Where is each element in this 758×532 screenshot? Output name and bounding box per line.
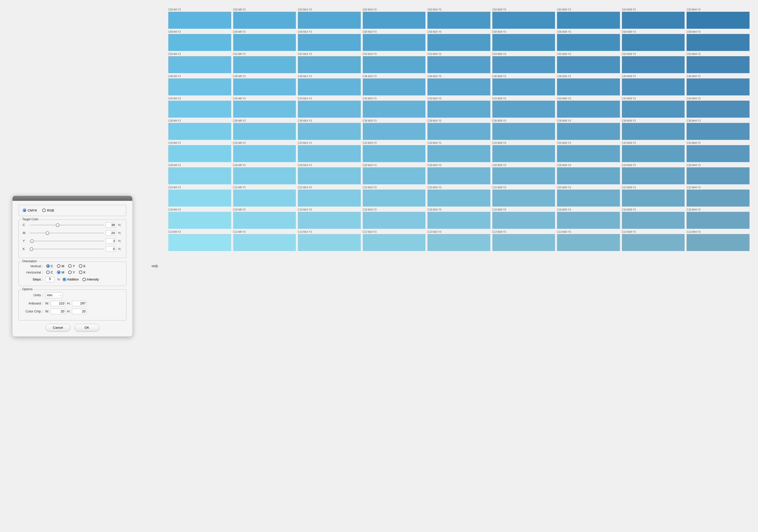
rgb-radio-group[interactable]: RGB <box>42 209 54 212</box>
color-swatch[interactable] <box>557 212 620 229</box>
horiz-m-radio[interactable] <box>57 270 60 274</box>
color-cell[interactable]: C63 M34 Y3 <box>556 8 621 30</box>
color-swatch[interactable] <box>687 167 749 184</box>
color-swatch[interactable] <box>622 190 685 206</box>
color-cell[interactable]: C63 M39 Y3 <box>621 8 686 30</box>
color-cell[interactable]: C53 M39 Y3 <box>621 52 686 74</box>
color-swatch[interactable] <box>492 190 555 206</box>
color-cell[interactable]: C13 M24 Y3 <box>427 230 491 252</box>
color-cell[interactable]: C58 M9 Y3 <box>232 30 297 52</box>
color-cell[interactable]: C43 M24 Y3 <box>427 96 491 119</box>
color-swatch[interactable] <box>363 167 426 184</box>
color-swatch[interactable] <box>687 234 749 251</box>
color-swatch[interactable] <box>298 78 361 95</box>
color-swatch[interactable] <box>492 145 555 162</box>
color-cell[interactable]: C38 M34 Y3 <box>556 119 621 141</box>
color-swatch[interactable] <box>428 78 490 95</box>
color-cell[interactable]: C33 M39 Y3 <box>621 141 686 163</box>
color-swatch[interactable] <box>687 123 749 140</box>
intensity-radio[interactable] <box>83 278 86 281</box>
color-cell[interactable]: C48 M14 Y3 <box>297 74 362 96</box>
horiz-y-option[interactable]: Y <box>68 270 75 274</box>
color-cell[interactable]: C28 M14 Y3 <box>297 163 362 185</box>
color-swatch[interactable] <box>233 12 296 29</box>
addition-option[interactable]: Addition <box>63 277 79 281</box>
color-swatch[interactable] <box>363 56 426 73</box>
color-swatch[interactable] <box>492 167 555 184</box>
m-value-box[interactable]: 24 <box>106 230 116 236</box>
color-swatch[interactable] <box>298 212 361 229</box>
color-cell[interactable]: C13 M9 Y3 <box>232 230 297 252</box>
color-cell[interactable]: C48 M29 Y3 <box>491 74 556 96</box>
color-cell[interactable]: C38 M29 Y3 <box>491 119 556 141</box>
color-swatch[interactable] <box>363 190 426 206</box>
color-cell[interactable]: C18 M34 Y3 <box>556 208 621 230</box>
m-slider-thumb[interactable] <box>46 231 49 235</box>
color-swatch[interactable] <box>622 123 685 140</box>
color-swatch[interactable] <box>622 145 685 162</box>
color-cell[interactable]: C43 M4 Y3 <box>167 96 232 119</box>
color-swatch[interactable] <box>428 212 490 229</box>
color-cell[interactable]: C43 M39 Y3 <box>621 96 686 119</box>
horiz-c-option[interactable]: C <box>46 270 53 274</box>
horiz-c-radio[interactable] <box>46 270 50 274</box>
horiz-k-radio[interactable] <box>79 270 83 274</box>
color-swatch[interactable] <box>168 101 231 118</box>
color-swatch[interactable] <box>233 56 296 73</box>
color-cell[interactable]: C28 M19 Y3 <box>362 163 427 185</box>
color-cell[interactable]: C23 M34 Y3 <box>556 185 621 208</box>
color-cell[interactable]: C53 M9 Y3 <box>232 52 297 74</box>
vert-y-radio[interactable] <box>68 264 72 268</box>
color-cell[interactable]: C23 M29 Y3 <box>491 185 556 208</box>
color-cell[interactable]: C58 M4 Y3 <box>167 30 232 52</box>
cancel-button[interactable]: Cancel <box>46 324 70 332</box>
color-cell[interactable]: C38 M4 Y3 <box>167 119 232 141</box>
color-cell[interactable]: C18 M24 Y3 <box>427 208 491 230</box>
color-swatch[interactable] <box>492 123 555 140</box>
color-cell[interactable]: C13 M39 Y3 <box>621 230 686 252</box>
y-value-box[interactable]: 3 <box>106 238 116 244</box>
color-swatch[interactable] <box>233 234 296 251</box>
color-swatch[interactable] <box>622 212 685 229</box>
color-cell[interactable]: C43 M9 Y3 <box>232 96 297 119</box>
y-slider-thumb[interactable] <box>30 239 34 243</box>
horiz-m-option[interactable]: M <box>57 270 64 274</box>
color-cell[interactable]: C13 M4 Y3 <box>167 230 232 252</box>
color-cell[interactable]: C28 M34 Y3 <box>556 163 621 185</box>
color-swatch[interactable] <box>687 212 749 229</box>
rgb-radio[interactable] <box>42 209 46 212</box>
cmyk-radio[interactable] <box>23 209 26 212</box>
m-slider-track-wrap[interactable] <box>30 231 104 235</box>
color-cell[interactable]: C43 M44 Y3 <box>686 96 750 119</box>
vert-k-option[interactable]: K <box>79 264 86 268</box>
vert-m-option[interactable]: M <box>57 264 64 268</box>
color-cell[interactable]: C33 M34 Y3 <box>556 141 621 163</box>
horiz-k-option[interactable]: K <box>79 270 86 274</box>
color-cell[interactable]: C63 M14 Y3 <box>297 8 362 30</box>
color-cell[interactable]: C18 M14 Y3 <box>297 208 362 230</box>
color-cell[interactable]: C28 M24 Y3 <box>427 163 491 185</box>
color-swatch[interactable] <box>492 212 555 229</box>
color-cell[interactable]: C43 M14 Y3 <box>297 96 362 119</box>
color-cell[interactable]: C28 M4 Y3 <box>167 163 232 185</box>
color-cell[interactable]: C18 M19 Y3 <box>362 208 427 230</box>
color-cell[interactable]: C48 M24 Y3 <box>427 74 491 96</box>
color-cell[interactable]: C53 M24 Y3 <box>427 52 491 74</box>
color-cell[interactable]: C38 M24 Y3 <box>427 119 491 141</box>
vert-c-option[interactable]: C <box>46 264 53 268</box>
k-slider-thumb[interactable] <box>30 247 33 251</box>
color-swatch[interactable] <box>428 234 490 251</box>
color-swatch[interactable] <box>298 190 361 206</box>
color-swatch[interactable] <box>298 12 361 29</box>
color-cell[interactable]: C43 M29 Y3 <box>491 96 556 119</box>
color-swatch[interactable] <box>168 78 231 95</box>
k-value-box[interactable]: 0 <box>106 246 116 252</box>
color-swatch[interactable] <box>557 190 620 206</box>
color-swatch[interactable] <box>168 234 231 251</box>
color-swatch[interactable] <box>363 123 426 140</box>
color-swatch[interactable] <box>428 101 490 118</box>
color-swatch[interactable] <box>687 78 749 95</box>
color-cell[interactable]: C43 M19 Y3 <box>362 96 427 119</box>
c-slider-track-wrap[interactable] <box>30 223 104 227</box>
color-cell[interactable]: C18 M44 Y3 <box>686 208 750 230</box>
